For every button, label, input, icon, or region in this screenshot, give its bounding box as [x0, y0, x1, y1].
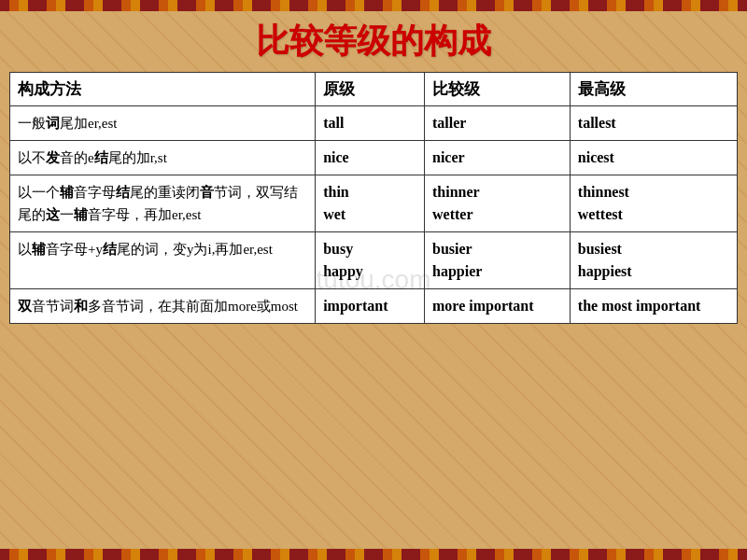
page-wrapper: 比较等级的构成 构成方法 原级 比较级 最高级: [0, 0, 747, 560]
cell-super-2: nicest: [570, 141, 737, 175]
cell-super-4: busiest happiest: [570, 232, 737, 289]
cell-comp-2: nicer: [425, 141, 571, 175]
cell-comp-1: taller: [425, 106, 571, 141]
table-row: 以不发音的e结尾的加r,st nice nicer nicest: [10, 141, 738, 175]
cell-method-4: 以辅音字母+y结尾的词，变y为i,再加er,est: [10, 232, 316, 289]
table-header-row: 构成方法 原级 比较级 最高级: [10, 73, 738, 106]
cell-method-2: 以不发音的e结尾的加r,st: [10, 141, 316, 175]
cell-base-4: busy happy: [316, 232, 425, 289]
cell-super-5: the most important: [570, 289, 737, 324]
cell-base-3: thin wet: [316, 175, 425, 232]
cell-comp-5: more important: [425, 289, 571, 324]
cell-comp-4: busier happier: [425, 232, 571, 289]
col-header-comparative: 比较级: [425, 73, 571, 106]
col-header-method: 构成方法: [10, 73, 316, 106]
cell-super-1: tallest: [570, 106, 737, 141]
cell-comp-3: thinner wetter: [425, 175, 571, 232]
cell-base-5: important: [316, 289, 425, 324]
cell-method-1: 一般词尾加er,est: [10, 106, 316, 141]
content-area: 比较等级的构成 构成方法 原级 比较级 最高级: [0, 11, 747, 324]
top-border-stripe: [0, 0, 747, 11]
cell-super-3: thinnest wettest: [570, 175, 737, 232]
table-row: 以一个辅音字母结尾的重读闭音节词，双写结尾的这一辅音字母，再加er,est th…: [10, 175, 738, 232]
table-row: 一般词尾加er,est tall taller tallest: [10, 106, 738, 141]
cell-method-3: 以一个辅音字母结尾的重读闭音节词，双写结尾的这一辅音字母，再加er,est: [10, 175, 316, 232]
table-row: 双音节词和多音节词，在其前面加more或most important more …: [10, 289, 738, 324]
table-row: 以辅音字母+y结尾的词，变y为i,再加er,est busy happy bus…: [10, 232, 738, 289]
comparison-table: 构成方法 原级 比较级 最高级 一般词尾加er: [9, 72, 738, 324]
col-header-base: 原级: [316, 73, 425, 106]
col-header-superlative: 最高级: [570, 73, 737, 106]
cell-method-5: 双音节词和多音节词，在其前面加more或most: [10, 289, 316, 324]
bottom-border-stripe: [0, 549, 747, 560]
cell-base-1: tall: [316, 106, 425, 141]
page-title: 比较等级的构成: [9, 11, 738, 72]
cell-base-2: nice: [316, 141, 425, 175]
